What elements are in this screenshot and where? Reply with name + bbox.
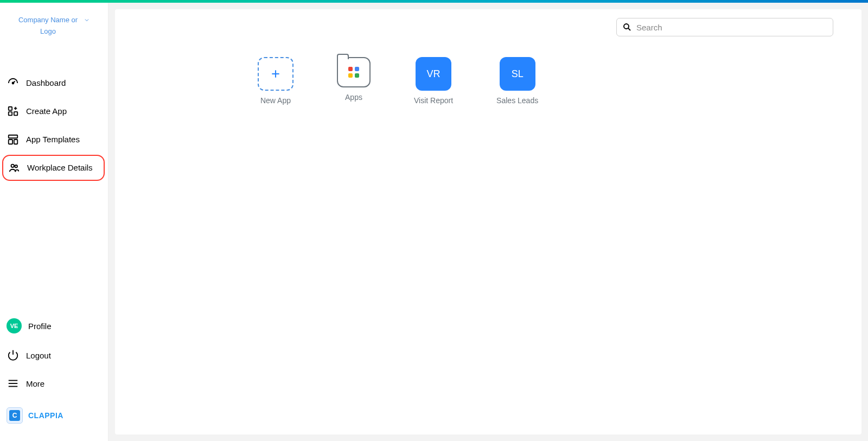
search-box[interactable]	[616, 18, 833, 36]
main-area: New App Apps VR Visit Report SL Sales Le…	[108, 3, 868, 441]
app-initials-badge: VR	[416, 57, 451, 91]
svg-point-16	[624, 24, 629, 29]
svg-rect-9	[14, 140, 17, 144]
gauge-icon	[7, 77, 20, 90]
folder-dots-icon	[348, 67, 359, 78]
brand-name: CLAPPIA	[28, 411, 63, 420]
menu-icon	[7, 377, 20, 390]
sidebar-item-workplace-details[interactable]: Workplace Details	[2, 155, 105, 181]
svg-rect-3	[14, 112, 17, 115]
search-container	[616, 18, 833, 36]
folder-icon	[337, 57, 371, 87]
app-tile-sales-leads[interactable]: SL Sales Leads	[496, 57, 538, 105]
sidebar-item-more[interactable]: More	[0, 369, 108, 398]
company-selector-label: Company Name or Logo	[18, 15, 78, 37]
sidebar-nav: Dashboard Create App App Templates Workp…	[0, 69, 108, 182]
chevron-down-icon	[84, 17, 90, 23]
sidebar-item-app-templates[interactable]: App Templates	[0, 125, 108, 154]
app-tile-label: New App	[260, 96, 291, 105]
sidebar-item-label: App Templates	[26, 135, 80, 144]
app-wrap: Company Name or Logo Dashboard Create Ap…	[0, 3, 868, 441]
svg-rect-7	[9, 135, 18, 138]
app-tile-label: Visit Report	[414, 96, 453, 105]
templates-icon	[7, 133, 20, 146]
svg-rect-2	[9, 112, 12, 115]
search-icon	[622, 22, 632, 32]
sidebar-bottom: VE Profile Logout More C CLAPPIA	[0, 311, 108, 436]
app-tile-visit-report[interactable]: VR Visit Report	[414, 57, 453, 105]
power-icon	[7, 349, 20, 362]
sidebar-item-dashboard[interactable]: Dashboard	[0, 69, 108, 97]
svg-line-1	[13, 81, 15, 83]
sidebar-item-profile[interactable]: VE Profile	[0, 311, 108, 341]
company-selector[interactable]: Company Name or Logo	[0, 3, 108, 47]
sidebar: Company Name or Logo Dashboard Create Ap…	[0, 3, 108, 441]
svg-rect-8	[9, 140, 12, 144]
brand: C CLAPPIA	[0, 398, 108, 436]
svg-line-17	[628, 28, 630, 30]
grid-plus-icon	[7, 105, 20, 118]
users-icon	[8, 161, 21, 174]
brand-logo-icon: C	[7, 407, 23, 424]
sidebar-item-label: Workplace Details	[27, 163, 93, 172]
plus-icon	[270, 68, 281, 79]
svg-point-10	[11, 164, 15, 167]
svg-rect-4	[9, 106, 12, 110]
svg-point-11	[15, 165, 17, 168]
sidebar-item-label: Dashboard	[26, 78, 66, 87]
sidebar-item-label: Logout	[26, 351, 51, 360]
app-initials-badge: SL	[500, 57, 535, 91]
app-grid: New App Apps VR Visit Report SL Sales Le…	[258, 57, 538, 105]
sidebar-item-logout[interactable]: Logout	[0, 341, 108, 369]
avatar: VE	[7, 318, 22, 333]
search-input[interactable]	[632, 23, 827, 32]
app-tile-new-app[interactable]: New App	[258, 57, 293, 105]
sidebar-item-label: Create App	[26, 106, 67, 116]
app-tile-label: Sales Leads	[496, 96, 538, 105]
sidebar-item-label: Profile	[28, 322, 52, 331]
app-tile-apps-folder[interactable]: Apps	[337, 57, 371, 102]
sidebar-item-create-app[interactable]: Create App	[0, 97, 108, 125]
sidebar-item-label: More	[26, 379, 44, 388]
new-app-box	[258, 57, 293, 91]
app-tile-label: Apps	[345, 93, 362, 102]
